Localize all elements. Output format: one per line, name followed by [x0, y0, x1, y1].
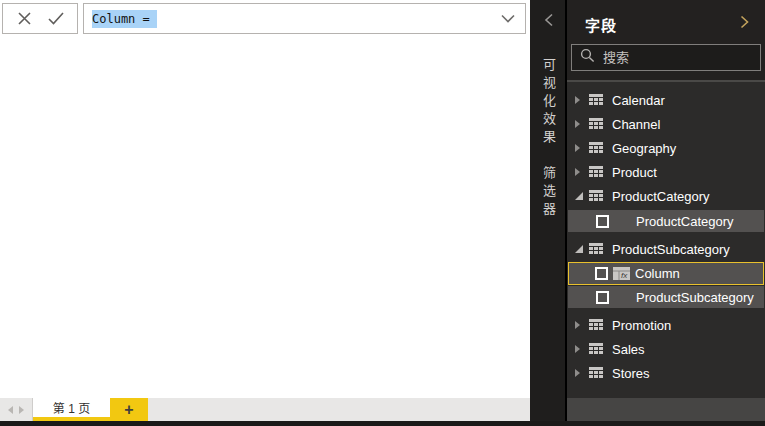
table-icon — [589, 166, 604, 178]
fields-panel: 字段 CalendarChannelGeographyProductProduc… — [565, 0, 765, 421]
table-name: Calendar — [612, 93, 665, 108]
formula-input[interactable]: Column = — [83, 3, 526, 34]
collapse-toggle-icon[interactable] — [575, 245, 589, 253]
cancel-formula-button[interactable] — [13, 8, 35, 30]
next-page-icon[interactable] — [19, 406, 24, 414]
table-icon — [589, 94, 604, 106]
fields-panel-header: 字段 — [567, 0, 765, 35]
triangle-collapsed-icon — [575, 168, 580, 176]
formula-button-group — [2, 3, 78, 34]
pane-labels: 可视化效果 筛选器 — [539, 58, 558, 220]
table-row-productsubcategory[interactable]: ProductSubcategory — [567, 237, 765, 261]
table-icon — [589, 118, 604, 130]
field-row-productcategory[interactable]: ProductCategory — [568, 210, 764, 232]
commit-formula-button[interactable] — [45, 8, 67, 30]
field-checkbox[interactable] — [596, 215, 609, 228]
report-canvas: Column = — [0, 0, 530, 398]
table-name: Sales — [612, 342, 645, 357]
collapsed-panes-strip: 可视化效果 筛选器 — [530, 0, 567, 421]
svg-text:fx: fx — [621, 271, 628, 280]
plus-icon: + — [124, 401, 133, 419]
triangle-collapsed-icon — [575, 321, 580, 329]
table-icon — [589, 142, 604, 154]
window-bottom-edge — [0, 421, 765, 426]
field-name: ProductCategory — [636, 214, 734, 229]
field-checkbox[interactable] — [596, 291, 609, 304]
table-row-stores[interactable]: Stores — [567, 361, 765, 385]
expand-toggle-icon[interactable] — [575, 168, 589, 176]
expand-toggle-icon[interactable] — [575, 120, 589, 128]
filters-pane-tab[interactable]: 筛选器 — [539, 166, 558, 220]
chevron-left-icon[interactable] — [544, 10, 554, 30]
table-name: ProductCategory — [612, 189, 710, 204]
table-row-geography[interactable]: Geography — [567, 136, 765, 160]
field-icon-slot — [614, 291, 631, 304]
field-list: CalendarChannelGeographyProductProductCa… — [567, 82, 765, 398]
page-nav — [0, 398, 33, 421]
chevron-down-icon[interactable] — [501, 12, 515, 26]
page-tab-1[interactable]: 第 1 页 — [33, 398, 110, 421]
table-name: Product — [612, 165, 657, 180]
add-page-button[interactable]: + — [110, 398, 148, 421]
field-search-input[interactable] — [603, 50, 765, 65]
expand-toggle-icon[interactable] — [575, 96, 589, 104]
table-name: Channel — [612, 117, 660, 132]
formula-bar: Column = — [2, 3, 526, 34]
table-name: Stores — [612, 366, 650, 381]
expand-toggle-icon[interactable] — [575, 321, 589, 329]
table-row-calendar[interactable]: Calendar — [567, 88, 765, 112]
chevron-right-icon[interactable] — [740, 15, 749, 33]
field-name: ProductSubcategory — [636, 290, 754, 305]
field-name: Column — [635, 266, 680, 281]
table-icon — [589, 367, 604, 379]
expand-toggle-icon[interactable] — [575, 144, 589, 152]
triangle-collapsed-icon — [575, 120, 580, 128]
expand-toggle-icon[interactable] — [575, 369, 589, 377]
expand-toggle-icon[interactable] — [575, 345, 589, 353]
table-row-productcategory[interactable]: ProductCategory — [567, 184, 765, 208]
triangle-collapsed-icon — [575, 345, 580, 353]
calculated-column-icon: fx — [613, 267, 630, 280]
collapse-toggle-icon[interactable] — [575, 192, 589, 200]
table-name: ProductSubcategory — [612, 242, 730, 257]
triangle-collapsed-icon — [575, 144, 580, 152]
table-row-promotion[interactable]: Promotion — [567, 313, 765, 337]
prev-page-icon[interactable] — [8, 406, 13, 414]
triangle-expanded-icon — [575, 192, 583, 200]
fields-panel-footer — [567, 398, 765, 421]
field-icon-slot — [614, 215, 631, 228]
fields-panel-title: 字段 — [585, 14, 617, 35]
table-icon — [589, 319, 604, 331]
formula-expression: Column = — [92, 10, 157, 28]
table-row-channel[interactable]: Channel — [567, 112, 765, 136]
triangle-collapsed-icon — [575, 369, 580, 377]
table-icon — [589, 243, 604, 255]
visualizations-pane-tab[interactable]: 可视化效果 — [539, 58, 558, 148]
triangle-expanded-icon — [575, 245, 583, 253]
field-row-column[interactable]: fx Column — [568, 262, 764, 285]
table-name: Promotion — [612, 318, 671, 333]
page-tab-label: 第 1 页 — [53, 399, 90, 416]
search-icon — [580, 48, 595, 67]
triangle-collapsed-icon — [575, 96, 580, 104]
table-icon — [589, 190, 604, 202]
page-tab-bar: 第 1 页 + — [0, 398, 530, 421]
table-row-product[interactable]: Product — [567, 160, 765, 184]
table-icon — [589, 343, 604, 355]
field-search-box — [571, 44, 761, 71]
field-row-productsubcategory[interactable]: ProductSubcategory — [568, 286, 764, 308]
table-row-sales[interactable]: Sales — [567, 337, 765, 361]
table-name: Geography — [612, 141, 676, 156]
field-checkbox[interactable] — [595, 267, 608, 280]
